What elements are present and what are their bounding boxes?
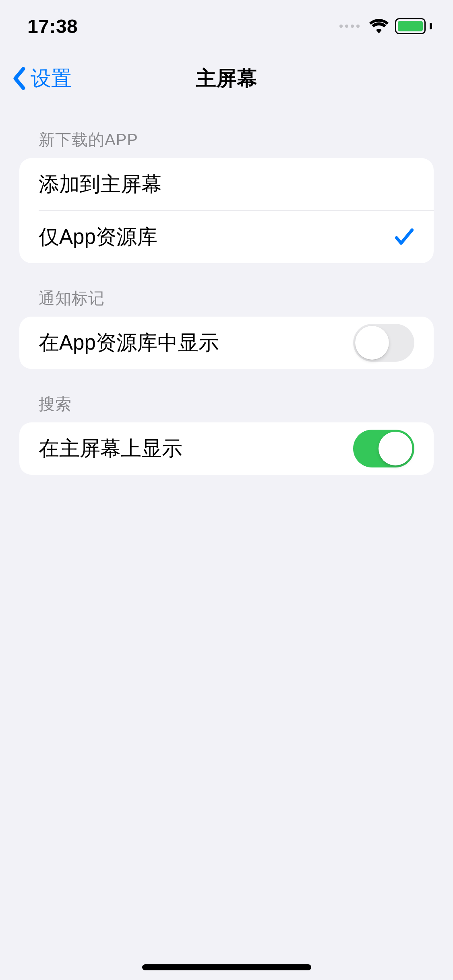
option-add-to-home[interactable]: 添加到主屏幕 [19,158,434,210]
wifi-icon [369,19,389,33]
section-header-search: 搜索 [19,369,434,422]
toggle-show-in-app-library[interactable] [353,324,414,362]
back-button[interactable]: 设置 [12,65,72,93]
group-badges: 在App资源库中显示 [19,317,434,369]
section-header-new-apps: 新下载的APP [19,105,434,158]
status-time: 17:38 [27,15,78,37]
toggle-label: 在App资源库中显示 [39,329,219,357]
toggle-label: 在主屏幕上显示 [39,435,182,463]
signal-dots-icon [339,25,360,28]
chevron-left-icon [12,66,27,91]
option-app-library-only[interactable]: 仅App资源库 [39,211,434,263]
option-label: 添加到主屏幕 [39,171,162,198]
home-indicator[interactable] [142,964,311,970]
group-new-apps: 添加到主屏幕 仅App资源库 [19,158,434,263]
status-bar: 17:38 [0,0,453,52]
status-right [339,18,429,34]
battery-icon [395,18,429,34]
toggle-show-on-home[interactable] [353,430,414,467]
group-search: 在主屏幕上显示 [19,422,434,475]
page-title: 主屏幕 [196,65,257,93]
option-label: 仅App资源库 [39,223,157,251]
checkmark-icon [394,227,414,247]
back-label: 设置 [31,65,72,93]
row-show-in-app-library: 在App资源库中显示 [19,317,434,369]
section-header-badges: 通知标记 [19,263,434,317]
nav-bar: 设置 主屏幕 [0,52,453,105]
row-show-on-home: 在主屏幕上显示 [19,422,434,475]
